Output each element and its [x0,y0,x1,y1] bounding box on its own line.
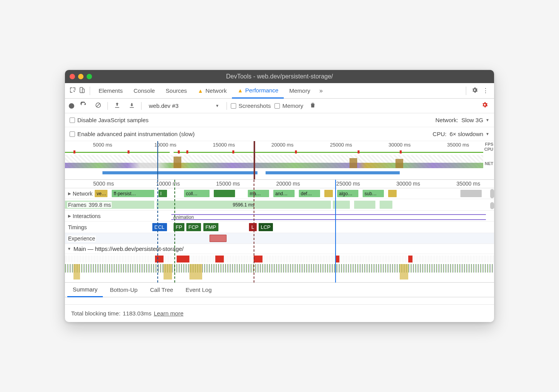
fps-lane-label: FPS [484,142,493,147]
chevron-down-icon: ▼ [215,104,219,108]
cursor-line[interactable] [335,180,336,283]
disclosure-down-icon[interactable]: ▼ [67,247,71,251]
cpu-throttle-select[interactable]: 6× slowdown ▼ [450,131,489,137]
net-lane-label: NET [484,161,493,166]
fps-lane [65,150,483,153]
experience-track[interactable]: Experience [65,233,494,244]
experience-track-label: Experience [68,235,95,242]
network-request[interactable] [388,190,397,197]
overview-ruler: 5000 ms 10000 ms 15000 ms 20000 ms 25000… [65,142,483,148]
network-request[interactable] [460,190,482,197]
svg-rect-1 [82,89,84,93]
minimize-window-button[interactable] [78,74,84,79]
tab-network[interactable]: ▲Network [193,83,232,98]
memory-checkbox[interactable]: Memory [274,102,303,109]
timing-marker-dcl[interactable]: DCL [152,223,167,231]
tab-bottom-up[interactable]: Bottom-Up [104,283,143,297]
frame[interactable] [354,201,375,209]
tab-memory[interactable]: Memory [284,83,315,98]
frames-track[interactable]: Frames399.8 ms 9596.1 ms [65,199,494,211]
interactions-track[interactable]: ▶Interactions Animation [65,211,494,222]
network-request[interactable] [214,190,235,197]
ruler-tick: 30000 ms [396,181,420,187]
more-tabs-button[interactable]: » [315,87,326,94]
zoom-window-button[interactable] [87,74,92,79]
main-thread-header[interactable]: ▼ Main — https://web.dev/persistent-stor… [65,244,494,254]
overview-lane-labels: FPS CPU NET [484,142,493,166]
collect-garbage-icon[interactable] [307,102,318,110]
network-request[interactable]: def… [299,190,320,197]
network-request[interactable]: ff-persist… [112,190,154,197]
close-window-button[interactable] [70,74,75,79]
timing-marker-fcp[interactable]: FCP [186,223,201,231]
capture-settings-gear-icon[interactable] [479,101,490,110]
screenshots-checkbox[interactable]: Screenshots [231,102,271,109]
network-request[interactable] [324,190,333,197]
disclosure-right-icon[interactable]: ▶ [68,214,71,218]
network-track[interactable]: ▶Network ve… ff-persist… l coll… ma… and… [65,188,494,199]
network-request[interactable]: ve… [95,190,107,197]
overview-tick: 35000 ms [447,142,469,148]
timings-track[interactable]: Timings DCL FP FCP FMP L LCP [65,222,494,233]
tbt-value: 1183.03ms [123,310,152,317]
main-thread-flamechart[interactable] [65,254,494,283]
tab-summary[interactable]: Summary [67,283,103,297]
tab-event-log[interactable]: Event Log [180,283,217,297]
network-request[interactable]: l [158,190,167,197]
save-profile-icon[interactable] [126,102,137,110]
recording-selector-value: web.dev #3 [149,102,179,109]
network-request[interactable]: sub… [363,190,384,197]
tab-elements[interactable]: Elements [93,83,128,98]
scrollbar-thumb[interactable] [490,189,494,198]
tab-performance[interactable]: ▲Performance [232,84,284,99]
timeline-overview[interactable]: 5000 ms 10000 ms 15000 ms 20000 ms 25000… [65,141,494,180]
enable-paint-checkbox[interactable]: Enable advanced paint instrumentation (s… [70,131,195,137]
timing-marker-l[interactable]: L [249,223,256,231]
inspect-element-icon[interactable] [68,87,77,95]
ruler-tick: 25000 ms [336,181,360,187]
learn-more-link[interactable]: Learn more [154,310,184,317]
tbt-label: Total blocking time: [71,310,121,317]
network-request[interactable]: coll… [184,190,210,197]
clear-button[interactable] [93,102,104,110]
disclosure-right-icon[interactable]: ▶ [68,191,71,196]
disable-js-checkbox[interactable]: Disable JavaScript samples [70,117,148,123]
window-title: DevTools - web.dev/persistent-storage/ [65,73,494,80]
timing-marker-fmp[interactable]: FMP [203,223,218,231]
timing-marker-lcp[interactable]: LCP [259,223,273,231]
interaction-animation[interactable]: Animation [171,214,486,220]
chevron-down-icon: ▼ [486,118,489,122]
flame-ruler[interactable]: 5000 ms 10000 ms 15000 ms 20000 ms 25000… [65,180,494,188]
tab-call-tree[interactable]: Call Tree [145,283,179,297]
network-request[interactable]: algo… [337,190,358,197]
settings-gear-icon[interactable] [469,87,480,95]
network-throttle-label: Network: [435,117,458,123]
settings-row-js: Disable JavaScript samples Network: Slow… [65,113,494,127]
recording-selector[interactable]: web.dev #3 ▼ [145,101,223,111]
network-throttle-select[interactable]: Slow 3G ▼ [461,117,489,123]
tab-console[interactable]: Console [128,83,160,98]
kebab-menu-icon[interactable]: ⋮ [480,87,491,94]
experience-event[interactable] [210,235,227,242]
memory-checkbox-label: Memory [282,102,303,109]
warning-icon: ▲ [237,87,243,94]
flame-chart-area: 5000 ms 10000 ms 15000 ms 20000 ms 25000… [65,180,494,283]
cpu-lane [65,155,483,168]
frame[interactable]: 9596.1 ms [157,201,331,209]
network-request[interactable]: and… [273,190,295,197]
chevron-down-icon: ▼ [486,132,489,136]
frame[interactable] [380,201,392,209]
load-profile-icon[interactable] [112,102,123,110]
scrollbar-thumb[interactable] [490,202,494,209]
overview-cursor[interactable] [157,141,158,179]
record-button[interactable] [69,103,74,109]
reload-record-button[interactable] [78,102,89,110]
overview-tick: 25000 ms [330,142,352,148]
device-toolbar-icon[interactable] [77,87,87,95]
tab-sources[interactable]: Sources [160,83,193,98]
titlebar: DevTools - web.dev/persistent-storage/ [65,70,494,83]
cpu-lane-label: CPU [484,147,493,152]
ruler-tick: 5000 ms [93,181,114,187]
network-request[interactable]: ma… [248,190,269,197]
checkbox-icon [70,118,75,123]
